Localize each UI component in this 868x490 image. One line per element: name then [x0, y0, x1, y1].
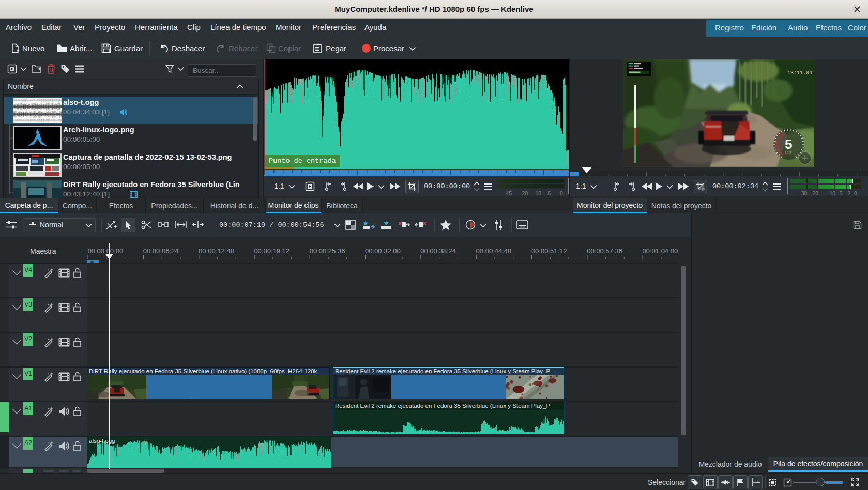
svg-text:112: 112 [784, 150, 792, 155]
svg-text:5: 5 [785, 136, 792, 152]
svg-text:13:11.04: 13:11.04 [787, 70, 812, 76]
